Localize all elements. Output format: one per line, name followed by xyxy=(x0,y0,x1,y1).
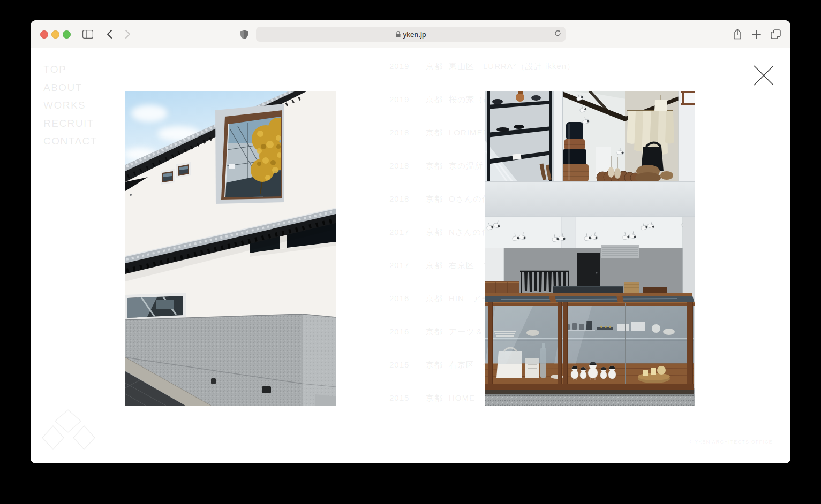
site-logo-diamonds xyxy=(38,408,98,454)
minimize-window-button[interactable] xyxy=(51,30,59,39)
share-icon[interactable] xyxy=(732,20,743,48)
forward-icon[interactable] xyxy=(123,20,132,48)
browser-toolbar: yken.jp xyxy=(31,20,790,49)
new-tab-icon[interactable] xyxy=(750,20,762,48)
sidebar-toggle-icon[interactable] xyxy=(81,20,94,48)
nav-item-contact[interactable]: CONTACT xyxy=(43,132,97,150)
lightbox-photo-exterior[interactable] xyxy=(125,91,336,406)
nav-item-recruit[interactable]: RECRUIT xyxy=(43,114,97,133)
webpage: TOP ABOUT WORKS RECRUIT CONTACT 2019京都東山… xyxy=(31,48,790,463)
back-icon[interactable] xyxy=(104,20,114,48)
copyright-text: © YKEN ARCHITECTS OFFICE xyxy=(689,439,773,445)
close-icon xyxy=(752,64,775,87)
nav-item-works[interactable]: WORKS xyxy=(43,96,97,114)
lightbox-photo-interior[interactable] xyxy=(485,91,695,406)
site-nav: TOP ABOUT WORKS RECRUIT CONTACT xyxy=(43,60,97,150)
reload-icon[interactable] xyxy=(554,29,561,39)
close-window-button[interactable] xyxy=(40,30,48,39)
safari-window: yken.jp TOP ABOUT WORKS RECRUIT CONTACT … xyxy=(31,20,790,463)
nav-item-about[interactable]: ABOUT xyxy=(43,79,97,97)
zoom-window-button[interactable] xyxy=(63,30,71,39)
url-text: yken.jp xyxy=(403,30,426,39)
address-bar[interactable]: yken.jp xyxy=(256,27,566,42)
privacy-shield-icon[interactable] xyxy=(238,20,250,48)
lightbox-close-button[interactable] xyxy=(752,64,775,87)
tab-overview-icon[interactable] xyxy=(769,20,782,48)
nav-item-top[interactable]: TOP xyxy=(43,60,97,79)
lock-icon xyxy=(396,31,401,37)
